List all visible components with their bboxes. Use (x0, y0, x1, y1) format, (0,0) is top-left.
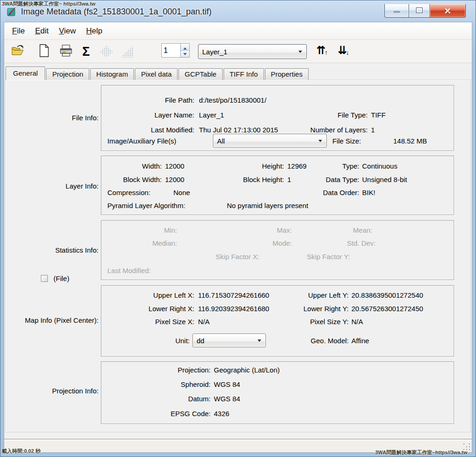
unit-value: dd (197, 337, 205, 345)
tab-pixel-data[interactable]: Pixel data (135, 68, 178, 80)
compression-label: Compression: (107, 189, 151, 197)
data-order-value: BIK! (362, 189, 375, 197)
spheroid-value: WGS 84 (214, 380, 240, 389)
pyramid-label: Pyramid Layer Algorithm: (107, 202, 185, 210)
file-type-value: TIFF (371, 111, 386, 119)
upper-left-y-label: Upper Left Y: (308, 291, 349, 300)
upper-left-y-value: 20.8386395001272540 (351, 291, 423, 300)
spheroid-label: Spheroid: (181, 380, 211, 389)
pixel-size-y-value: N/A (351, 318, 363, 326)
block-height-label: Block Height: (243, 176, 284, 184)
chevron-down-icon (258, 339, 261, 344)
menu-bar: File Edit View Help (4, 22, 472, 40)
last-modified-value: Thu Jul 02 17:13:00 2015 (199, 126, 278, 134)
menu-edit[interactable]: Edit (30, 25, 53, 38)
file-path-value: d:/test/po/151830001/ (199, 96, 266, 104)
open-file-button[interactable] (10, 45, 25, 59)
epsg-code-label: EPSG Code: (171, 410, 211, 418)
data-type-value: Unsigned 8-bit (362, 176, 407, 184)
projection-info-section-label: Projection Info: (52, 387, 99, 395)
upper-left-x-label: Upper Left X: (153, 291, 194, 300)
pixel-size-x-label: Pixel Size X: (155, 318, 194, 326)
pixel-size-x-value: N/A (198, 318, 210, 326)
mesh-tool-button-disabled (99, 45, 114, 59)
file-path-label: File Path: (165, 96, 194, 104)
histogram-tool-button-disabled (119, 45, 134, 59)
height-value: 12969 (287, 162, 307, 170)
layer-number-input[interactable] (161, 43, 181, 58)
lower-right-x-value: 116.920392394261680 (198, 305, 269, 313)
data-order-label: Data Order: (323, 189, 359, 197)
max-label: Max: (277, 226, 292, 235)
tab-properties[interactable]: Properties (265, 68, 309, 80)
datum-value: WGS 84 (214, 395, 240, 403)
minimize-button[interactable] (384, 4, 409, 18)
mean-label: Mean: (353, 226, 372, 235)
compression-value: None (173, 189, 190, 197)
file-type-label: File Type: (337, 111, 368, 119)
print-icon (59, 44, 73, 59)
tab-tiff-info[interactable]: TIFF Info (224, 68, 264, 80)
maximize-button[interactable] (409, 4, 430, 18)
skip-factor-x-label: Skip Factor X: (216, 253, 259, 261)
statistics-file-checkbox[interactable] (41, 275, 48, 282)
pyramid-value: No pyramid layers present (227, 202, 308, 210)
last-modified-label: Last Modified: (151, 126, 194, 134)
layer-up-button[interactable]: ⇈↑ (317, 44, 328, 57)
layer-info-box: Width: 12000 Height: 12969 Type: Continu… (101, 156, 454, 215)
file-info-box: File Path: d:/test/po/151830001/ Layer N… (101, 85, 454, 151)
layer-down-button[interactable]: ⇊↓ (338, 44, 349, 57)
app-window: 3WA問題解決專家工作室~ https//3wa.tw 載入時間:0.02 秒 … (0, 0, 476, 457)
menu-help[interactable]: Help (81, 25, 107, 38)
tab-general[interactable]: General (6, 66, 45, 80)
tab-gcptable[interactable]: GCPTable (178, 68, 222, 80)
upper-left-x-value: 116.715307294261660 (198, 291, 269, 300)
new-document-icon (39, 44, 49, 59)
type-label: Type: (342, 162, 359, 170)
unit-label: Unit: (175, 337, 190, 345)
lower-right-x-label: Lower Right X: (149, 305, 194, 313)
status-separator (4, 439, 472, 440)
aux-files-value: All (217, 137, 225, 145)
menu-file[interactable]: File (7, 25, 30, 38)
close-button[interactable] (430, 4, 466, 18)
statistics-button[interactable]: Σ (79, 45, 93, 59)
chevron-down-icon (298, 51, 302, 55)
client-area: File Edit View Help (4, 22, 472, 453)
new-document-button[interactable] (37, 45, 52, 59)
statistics-info-section-label: Statistics Info: (55, 246, 99, 255)
lower-right-y-label: Lower Right Y: (304, 305, 349, 313)
spin-up-icon (183, 46, 187, 50)
histogram-disabled-icon (120, 46, 133, 58)
map-info-section-label: Map Info (Pixel Center): (25, 316, 99, 325)
aux-files-dropdown[interactable]: All (213, 134, 327, 148)
watermark-bottom-right: 3WA問題解決專家工作室~https//3wa.tw (375, 449, 467, 456)
file-info-section-label: File Info: (72, 114, 99, 122)
pixel-size-y-label: Pixel Size Y: (310, 318, 349, 326)
block-height-value: 1 (287, 176, 291, 184)
std-dev-label: Std. Dev: (347, 239, 376, 248)
tab-projection[interactable]: Projection (46, 68, 89, 80)
spin-down-button[interactable] (181, 51, 189, 58)
lower-right-y-value: 20.5675263001272450 (351, 305, 423, 313)
watermark-load-time: 載入時間:0.02 秒 (2, 448, 40, 455)
layer-name-label: Layer Name: (154, 111, 194, 119)
open-file-icon (11, 45, 25, 59)
print-button[interactable] (59, 45, 73, 59)
chevron-down-icon (318, 140, 322, 144)
statistics-info-box: Min: Max: Mean: Median: Mode: Std. Dev: … (101, 220, 454, 280)
projection-info-box: Projection: Geographic (Lat/Lon) Spheroi… (101, 361, 454, 424)
layer-name-value: Layer_1 (199, 111, 224, 119)
menu-view[interactable]: View (54, 25, 81, 38)
file-size-value: 148.52 MB (393, 137, 427, 145)
block-width-label: Block Width: (123, 176, 162, 184)
spin-up-button[interactable] (181, 44, 189, 51)
width-label: Width: (142, 162, 162, 170)
tab-histogram[interactable]: Histogram (90, 68, 134, 80)
epsg-code-value: 4326 (214, 410, 229, 418)
layer-select-dropdown[interactable]: Layer_1 (198, 44, 307, 59)
projection-value: Geographic (Lat/Lon) (214, 366, 280, 374)
general-tab-panel: File Info: Layer Info: Statistics Info: … (5, 79, 471, 432)
unit-dropdown[interactable]: dd (192, 333, 266, 347)
statistics-file-checkbox-label: (File) (53, 274, 69, 283)
